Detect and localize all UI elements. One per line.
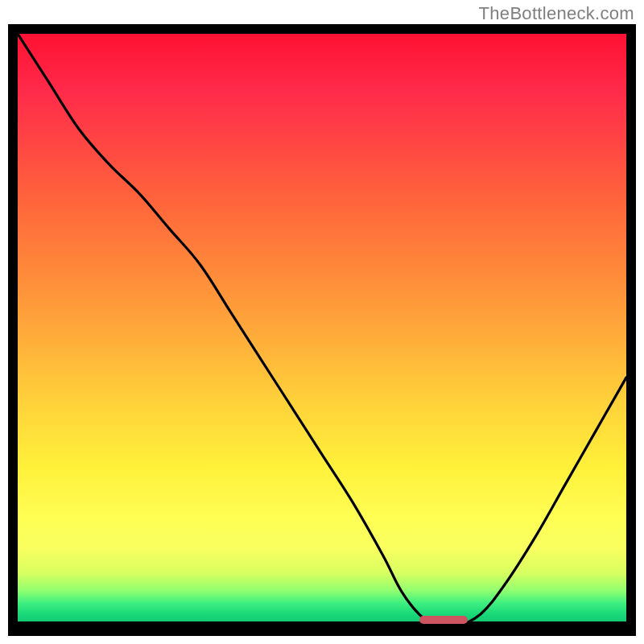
baseline bbox=[18, 621, 626, 626]
watermark-text: TheBottleneck.com bbox=[479, 3, 634, 24]
plot-area bbox=[18, 34, 626, 626]
chart-line-svg bbox=[18, 34, 626, 626]
minimum-marker bbox=[419, 616, 468, 624]
chart-stage: TheBottleneck.com bbox=[0, 0, 644, 644]
bottleneck-curve bbox=[18, 34, 626, 626]
